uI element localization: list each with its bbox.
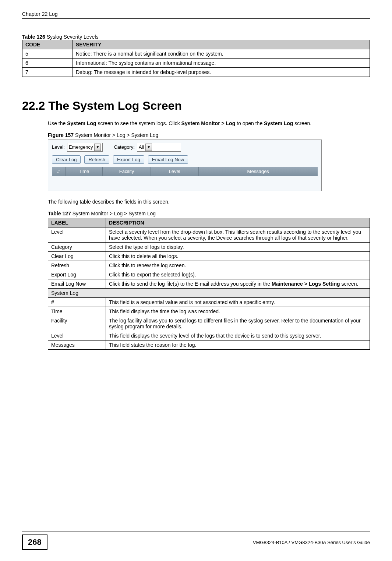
page-number: 268 — [22, 534, 47, 550]
level-dropdown[interactable]: Emergency ▼ — [67, 143, 103, 152]
col-messages: Messages — [199, 167, 318, 176]
category-dropdown-value: All — [139, 144, 144, 150]
severity-cell: Notice: There is a normal but significan… — [73, 49, 370, 59]
page-footer: 268 VMG8324-B10A / VMG8324-B30A Series U… — [22, 532, 370, 550]
email-log-now-button[interactable]: Email Log Now — [148, 155, 188, 164]
table127-head-desc: DESCRIPTION — [106, 218, 370, 227]
system-log-screenshot: Level: Emergency ▼ Category: All ▼ Clear… — [48, 140, 322, 191]
clear-log-button[interactable]: Clear Log — [52, 155, 81, 164]
table-row: Level Select a severity level from the d… — [48, 227, 370, 242]
guide-title: VMG8324-B10A / VMG8324-B30A Series User’… — [253, 540, 370, 545]
table127-caption: Table 127 System Monitor > Log > System … — [48, 211, 370, 216]
desc-cell: This field states the reason for the log… — [106, 340, 370, 349]
table127: LABEL DESCRIPTION Level Select a severit… — [48, 218, 370, 350]
table127-section-row: System Log — [48, 288, 370, 297]
table-row: Time This field displays the time the lo… — [48, 307, 370, 316]
table126-caption-bold: Table 126 — [22, 34, 45, 40]
col-facility: Facility — [103, 167, 151, 176]
table-row: Messages This field states the reason fo… — [48, 340, 370, 349]
label-cell: Facility — [48, 316, 106, 331]
label-cell: # — [48, 297, 106, 307]
table127-intro: The following table describes the fields… — [48, 198, 370, 205]
table127-head-label: LABEL — [48, 218, 106, 227]
table-row: Category Select the type of logs to disp… — [48, 242, 370, 251]
section-heading: 22.2 The System Log Screen — [22, 99, 370, 113]
figure157-caption-bold: Figure 157 — [48, 132, 74, 138]
table-row: Level This field displays the severity l… — [48, 331, 370, 340]
desc-cell: Select a severity level from the drop-do… — [106, 227, 370, 242]
table-row: Export Log Click this to export the sele… — [48, 270, 370, 279]
running-header: Chapter 22 Log — [22, 11, 370, 19]
export-log-button[interactable]: Export Log — [113, 155, 144, 164]
desc-cell: Select the type of logs to display. — [106, 242, 370, 251]
refresh-button[interactable]: Refresh — [84, 155, 109, 164]
label-cell: Email Log Now — [48, 279, 106, 288]
label-cell: Category — [48, 242, 106, 251]
table126-head-code: CODE — [22, 40, 73, 49]
table127-caption-bold: Table 127 — [48, 211, 71, 216]
desc-cell: Click this to export the selected log(s)… — [106, 270, 370, 279]
category-label: Category: — [114, 144, 134, 150]
table-row: 6 Informational: The syslog contains an … — [22, 59, 370, 68]
severity-cell: Informational: The syslog contains an in… — [73, 59, 370, 68]
col-level: Level — [151, 167, 199, 176]
chevron-down-icon: ▼ — [145, 144, 152, 151]
level-dropdown-value: Emergency — [69, 144, 93, 150]
desc-cell: The log facility allows you to send logs… — [106, 316, 370, 331]
severity-cell: Debug: The message is intended for debug… — [73, 68, 370, 77]
figure157-caption-rest: System Monitor > Log > System Log — [74, 132, 158, 138]
table-row: 7 Debug: The message is intended for deb… — [22, 68, 370, 77]
section-cell: System Log — [48, 288, 370, 297]
label-cell: Clear Log — [48, 251, 106, 261]
desc-cell: This field displays the time the log was… — [106, 307, 370, 316]
figure157-caption: Figure 157 System Monitor > Log > System… — [48, 132, 370, 138]
table-row: Clear Log Click this to delete all the l… — [48, 251, 370, 261]
table126-caption: Table 126 Syslog Severity Levels — [22, 34, 370, 40]
label-cell: Level — [48, 331, 106, 340]
table-row: Facility The log facility allows you to … — [48, 316, 370, 331]
intro-paragraph: Use the System Log screen to see the sys… — [48, 120, 370, 127]
desc-cell: This field is a sequential value and is … — [106, 297, 370, 307]
desc-cell: Click this to send the log file(s) to th… — [106, 279, 370, 288]
chevron-down-icon: ▼ — [94, 144, 101, 151]
code-cell: 7 — [22, 68, 73, 77]
label-cell: Export Log — [48, 270, 106, 279]
label-cell: Level — [48, 227, 106, 242]
label-cell: Refresh — [48, 261, 106, 270]
label-cell: Time — [48, 307, 106, 316]
desc-cell: Click this to delete all the logs. — [106, 251, 370, 261]
table126-caption-rest: Syslog Severity Levels — [45, 34, 99, 40]
code-cell: 5 — [22, 49, 73, 59]
label-cell: Messages — [48, 340, 106, 349]
log-grid-header: # Time Facility Level Messages — [52, 167, 318, 176]
table127-caption-rest: System Monitor > Log > System Log — [71, 211, 156, 216]
code-cell: 6 — [22, 59, 73, 68]
table126-head-severity: SEVERITY — [73, 40, 370, 49]
desc-cell: Click this to renew the log screen. — [106, 261, 370, 270]
table126: CODE SEVERITY 5 Notice: There is a norma… — [22, 40, 370, 77]
col-time: Time — [66, 167, 103, 176]
table-row: Email Log Now Click this to send the log… — [48, 279, 370, 288]
level-label: Level: — [52, 144, 65, 150]
category-dropdown[interactable]: All ▼ — [137, 143, 181, 152]
table-row: # This field is a sequential value and i… — [48, 297, 370, 307]
table-row: Refresh Click this to renew the log scre… — [48, 261, 370, 270]
desc-cell: This field displays the severity level o… — [106, 331, 370, 340]
col-number: # — [52, 167, 66, 176]
table-row: 5 Notice: There is a normal but signific… — [22, 49, 370, 59]
